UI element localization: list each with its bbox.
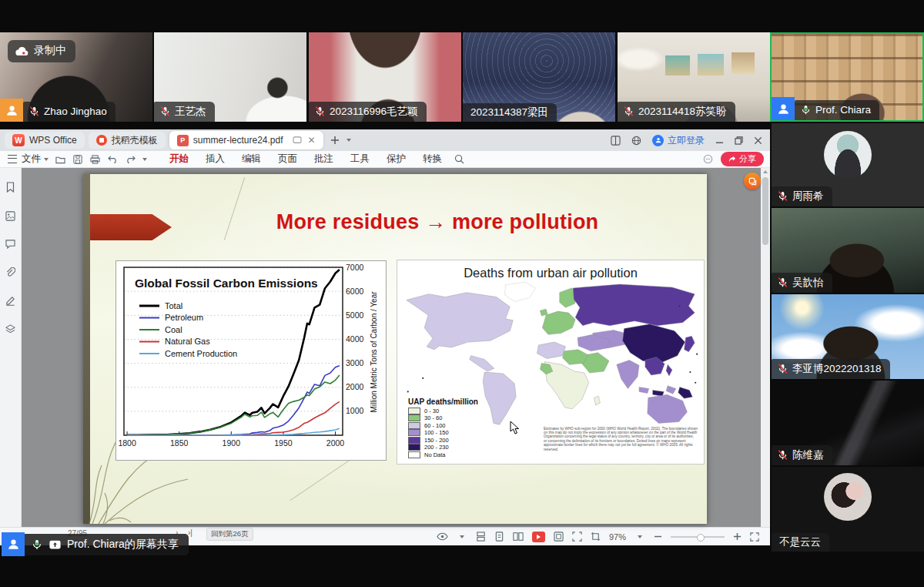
hamburger-menu-icon[interactable]: [8, 155, 17, 163]
menu-tab-home[interactable]: 开始: [168, 151, 190, 167]
svg-text:Million Metric Tons of Carbon: Million Metric Tons of Carbon / Year: [370, 291, 378, 413]
menu-tab-page[interactable]: 页面: [276, 151, 299, 167]
menu-tab-edit[interactable]: 编辑: [240, 151, 263, 167]
layers-icon[interactable]: [5, 324, 15, 334]
zoom-slider[interactable]: [671, 536, 725, 538]
svg-text:Cement Production: Cement Production: [165, 349, 237, 358]
zoom-level-value[interactable]: 97%: [609, 532, 626, 542]
mic-on-icon: [800, 104, 812, 116]
mic-muted-icon: [777, 190, 788, 202]
map-region-philippines: [666, 364, 672, 376]
recording-badge: 录制中: [8, 40, 75, 62]
video-tile-wuxinyi[interactable]: 吴歆怡: [772, 208, 924, 293]
participant-name-label: 李亚博2022201318: [772, 359, 890, 379]
save-icon[interactable]: [73, 155, 82, 164]
file-menu-caret-icon[interactable]: [44, 158, 49, 161]
slideshow-play-button[interactable]: [532, 532, 545, 542]
video-tile-bushiyunyun[interactable]: 不是云云: [772, 467, 924, 552]
reading-mode-caret-icon[interactable]: [460, 535, 464, 538]
print-icon[interactable]: [90, 155, 100, 164]
menu-tab-comment[interactable]: 批注: [313, 151, 335, 167]
restore-icon[interactable]: [735, 136, 743, 145]
fit-page-icon[interactable]: [554, 532, 564, 542]
bookmark-icon[interactable]: [5, 182, 15, 193]
participant-name-label: 周雨希: [772, 186, 832, 206]
zoom-in-icon[interactable]: [733, 532, 742, 541]
vertical-scrollbar[interactable]: [761, 168, 770, 527]
video-tile-liangtian[interactable]: 2023114387梁田: [463, 32, 615, 122]
map-region-north-africa-west: [537, 342, 565, 358]
zoom-slider-handle[interactable]: [697, 534, 705, 542]
legend-swatch: [408, 451, 420, 458]
quickbar-caret-icon[interactable]: [142, 158, 147, 161]
tab-wps-home[interactable]: W WPS Office: [5, 132, 85, 149]
video-tile-prof-chiara-active-speaker[interactable]: Prof. Chiara: [770, 32, 924, 122]
video-tile-zhao-jinghao[interactable]: 录制中 Zhao Jinghao: [0, 32, 152, 122]
pdf-file-icon: P: [177, 135, 189, 146]
screen-share-status-bar[interactable]: Prof. Chiara的屏幕共享: [25, 534, 189, 555]
new-tab-icon[interactable]: [330, 136, 340, 145]
fullscreen-icon[interactable]: [750, 532, 759, 542]
file-menu[interactable]: 文件: [22, 153, 41, 166]
tab-list-caret-icon[interactable]: [346, 139, 351, 142]
login-button[interactable]: 立即登录: [652, 134, 705, 147]
reading-mode-eye-icon[interactable]: [437, 532, 448, 541]
attachment-icon[interactable]: [5, 267, 15, 277]
comment-icon[interactable]: [5, 240, 15, 249]
thumbnail-icon[interactable]: [5, 211, 15, 221]
open-folder-icon[interactable]: [55, 155, 65, 164]
mic-muted-icon: [314, 106, 326, 117]
video-tile-maoyiying[interactable]: 2023116996毛艺颖: [309, 32, 461, 122]
svg-text:1850: 1850: [170, 438, 189, 448]
screen-share-label: Prof. Chiara的屏幕共享: [67, 538, 179, 552]
mic-on-icon[interactable]: [31, 538, 43, 551]
redo-icon[interactable]: [126, 155, 136, 163]
close-tab-icon[interactable]: ✕: [308, 135, 316, 146]
menu-tab-tools[interactable]: 工具: [349, 151, 371, 167]
workspace-icon[interactable]: [611, 136, 621, 146]
map-region-japan: [685, 336, 695, 351]
search-icon[interactable]: [454, 154, 464, 164]
participant-name-label: 2023116996毛艺颖: [309, 102, 427, 122]
scroll-up-icon[interactable]: [763, 170, 768, 173]
menu-tab-protect[interactable]: 保护: [385, 151, 407, 167]
undo-icon[interactable]: [108, 155, 118, 163]
tab-document-pdf[interactable]: P summer-lecture24.pdf ✕: [169, 131, 323, 149]
menu-tab-insert[interactable]: 插入: [204, 151, 226, 167]
video-tile-suxiaopan[interactable]: 2023114418苏笑盼: [618, 32, 770, 122]
scrollbar-thumb[interactable]: [762, 177, 768, 245]
zoom-caret-icon[interactable]: [638, 535, 642, 538]
map-region-europe: [542, 311, 575, 334]
svg-text:1000: 1000: [346, 406, 364, 415]
globe-icon[interactable]: [631, 136, 641, 146]
pdf-assistant-floating-button[interactable]: [744, 173, 761, 190]
video-tile-liyabo[interactable]: 李亚博2022201318: [772, 294, 924, 379]
single-page-view-icon[interactable]: [494, 532, 504, 542]
svg-text:4000: 4000: [346, 334, 364, 344]
svg-text:6000: 6000: [346, 287, 364, 296]
docer-icon: [96, 135, 107, 146]
crop-marks-icon[interactable]: [591, 532, 601, 542]
signature-pen-icon[interactable]: [5, 296, 15, 306]
assistant-robot-icon[interactable]: [703, 154, 713, 164]
video-tile-chenweijia[interactable]: 陈维嘉: [772, 381, 924, 465]
svg-text:5000: 5000: [346, 310, 364, 320]
close-window-icon[interactable]: [754, 136, 762, 145]
video-tile-zhouyuxi[interactable]: 周雨希: [772, 123, 924, 206]
wps-tab-bar: W WPS Office 找稻壳模板 P summer-lecture24.pd…: [0, 129, 770, 151]
tab-docer-templates[interactable]: 找稻壳模板: [89, 132, 166, 149]
map-region-russia: [573, 284, 695, 326]
slide-red-arrow-banner: [90, 214, 172, 240]
share-button[interactable]: 分享: [721, 152, 764, 166]
two-page-view-icon[interactable]: [513, 532, 524, 542]
fit-width-icon[interactable]: [572, 532, 582, 542]
wps-left-toolbar: [0, 168, 22, 527]
last-page-icon[interactable]: ›|: [188, 528, 192, 537]
minimize-icon[interactable]: [715, 136, 724, 145]
zoom-out-icon[interactable]: [654, 532, 662, 541]
video-tile-wangyijie[interactable]: 王艺杰: [154, 32, 306, 122]
menu-tab-convert[interactable]: 转换: [421, 151, 444, 167]
back-to-page-button[interactable]: 回到第26页: [206, 528, 253, 541]
continuous-view-icon[interactable]: [476, 532, 486, 542]
tab-preview-icon[interactable]: [293, 136, 302, 144]
